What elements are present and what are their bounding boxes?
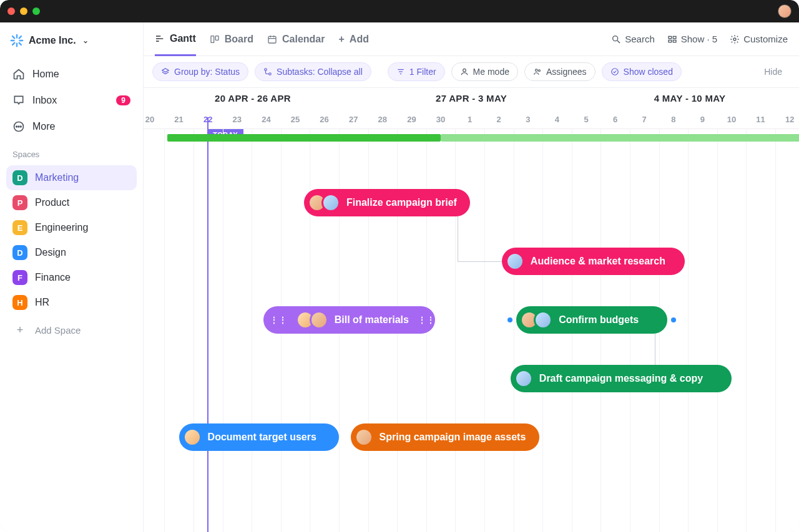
nav-inbox[interactable]: Inbox 9 — [6, 89, 137, 112]
day-cell[interactable]: 12 — [780, 109, 799, 129]
day-cell[interactable]: 29 — [402, 109, 421, 129]
day-cell[interactable]: 20 — [144, 109, 159, 129]
space-badge-icon: H — [12, 295, 27, 310]
assignee-avatar — [355, 428, 373, 447]
day-cell[interactable]: 4 — [547, 109, 566, 129]
workspace-switcher[interactable]: Acme Inc. ⌄ — [6, 30, 137, 51]
day-cell[interactable]: 11 — [752, 109, 770, 129]
svg-rect-26 — [673, 40, 676, 42]
window-titlebar — [0, 0, 799, 22]
assignee-avatar — [534, 311, 552, 329]
filter-me-mode[interactable]: Me mode — [451, 62, 518, 81]
day-cell[interactable]: 7 — [635, 109, 654, 129]
gantt-icon — [155, 34, 165, 44]
space-item-finance[interactable]: FFinance — [6, 265, 137, 290]
svg-rect-17 — [268, 36, 276, 43]
current-user-avatar[interactable] — [778, 4, 792, 18]
day-cell[interactable]: 25 — [286, 109, 305, 129]
svg-line-7 — [12, 43, 14, 45]
nav-home[interactable]: Home — [6, 62, 137, 86]
tab-calendar[interactable]: Calendar — [267, 24, 325, 55]
day-cell[interactable]: 30 — [431, 109, 450, 129]
task-bar[interactable]: Draft campaign messaging & copy — [511, 365, 732, 392]
tab-board[interactable]: Board — [210, 24, 253, 55]
space-item-design[interactable]: DDesign — [6, 240, 137, 265]
day-cell[interactable]: 23 — [228, 109, 247, 129]
assignee-avatar — [506, 252, 524, 271]
assignee-avatar — [183, 428, 202, 447]
svg-point-11 — [21, 126, 22, 127]
day-cell[interactable]: 10 — [722, 109, 741, 129]
task-label: Bill of materials — [335, 314, 409, 326]
search-icon — [611, 34, 621, 44]
svg-point-36 — [611, 69, 618, 75]
person-icon — [460, 67, 469, 76]
task-label: Draft campaign messaging & copy — [539, 373, 703, 384]
task-bar[interactable]: Spring campaign image assets — [351, 423, 540, 451]
assignee-avatar — [321, 193, 340, 212]
summary-bar[interactable] — [167, 134, 441, 142]
day-cell[interactable]: 27 — [344, 109, 363, 129]
day-cell[interactable]: 1 — [461, 109, 479, 129]
gantt-timeline[interactable]: 20 APR - 26 APR27 APR - 3 MAY4 MAY - 10 … — [144, 88, 799, 532]
svg-line-5 — [19, 43, 21, 45]
zoom-window-button[interactable] — [32, 7, 40, 15]
space-item-product[interactable]: PProduct — [6, 190, 137, 215]
milestone-dot[interactable] — [671, 317, 676, 322]
week-label: 20 APR - 26 APR — [144, 88, 362, 109]
filter-hide[interactable]: Hide — [756, 63, 790, 80]
filter-assignees[interactable]: Assignees — [524, 62, 596, 81]
search-button[interactable]: Search — [611, 34, 655, 44]
drag-handle-icon[interactable]: ⋮⋮ — [267, 315, 290, 325]
assignee-avatar — [310, 311, 328, 329]
svg-rect-23 — [669, 36, 672, 38]
day-cell[interactable]: 6 — [606, 109, 625, 129]
tab-gantt[interactable]: Gantt — [155, 23, 196, 56]
day-cell[interactable]: 28 — [373, 109, 392, 129]
day-cell[interactable]: 5 — [577, 109, 596, 129]
filter-group-by[interactable]: Group by: Status — [152, 62, 248, 81]
customize-button[interactable]: Customize — [730, 34, 788, 44]
show-icon — [667, 34, 677, 44]
space-item-hr[interactable]: HHR — [6, 290, 137, 315]
nav-more[interactable]: More — [6, 115, 137, 138]
day-cell[interactable]: 21 — [170, 109, 189, 129]
filter-count[interactable]: 1 Filter — [388, 62, 445, 81]
gear-icon — [730, 34, 740, 44]
summary-bar[interactable] — [441, 134, 799, 142]
close-window-button[interactable] — [7, 7, 15, 15]
view-tabs: Gantt Board Calendar + Add Se — [144, 22, 799, 56]
task-bar[interactable]: Finalize campaign brief — [304, 189, 470, 216]
task-label: Document target users — [208, 432, 316, 443]
svg-point-33 — [463, 69, 466, 72]
task-bar[interactable]: Document target users — [179, 423, 339, 451]
space-item-engineering[interactable]: EEngineering — [6, 215, 137, 240]
plus-icon: + — [338, 34, 344, 45]
drag-handle-icon[interactable]: ⋮⋮ — [415, 315, 438, 325]
day-cell[interactable]: 2 — [489, 109, 508, 129]
space-item-marketing[interactable]: DMarketing — [6, 165, 137, 190]
day-cell[interactable]: 26 — [315, 109, 334, 129]
task-label: Spring campaign image assets — [380, 432, 526, 443]
people-icon — [533, 67, 542, 76]
day-cell[interactable]: 8 — [664, 109, 683, 129]
minimize-window-button[interactable] — [20, 7, 27, 15]
milestone-dot[interactable] — [507, 317, 512, 322]
filter-show-closed[interactable]: Show closed — [602, 62, 682, 81]
task-bar[interactable]: Audience & market research — [502, 248, 685, 275]
task-bar[interactable]: Confirm budgets — [516, 306, 667, 334]
svg-point-10 — [18, 126, 19, 127]
traffic-lights — [7, 7, 40, 15]
task-bar[interactable]: ⋮⋮Bill of materials⋮⋮ — [263, 306, 435, 334]
layers-icon — [161, 67, 170, 76]
day-cell[interactable]: 24 — [257, 109, 275, 129]
filter-subtasks[interactable]: Subtasks: Collapse all — [255, 62, 371, 81]
day-cell[interactable]: 9 — [693, 109, 712, 129]
show-button[interactable]: Show · 5 — [667, 34, 717, 44]
svg-line-4 — [12, 36, 14, 38]
day-cell[interactable]: 3 — [519, 109, 537, 129]
workspace-name: Acme Inc. — [29, 35, 76, 46]
tab-add-view[interactable]: + Add — [338, 24, 368, 55]
add-space-button[interactable]: + Add Space — [6, 317, 137, 343]
board-icon — [210, 34, 220, 44]
